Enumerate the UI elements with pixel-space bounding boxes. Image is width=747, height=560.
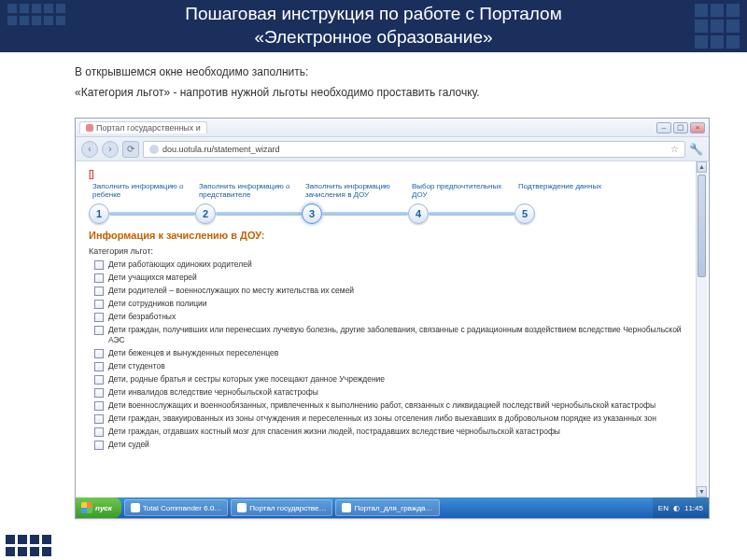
browser-tab[interactable]: Портал государственных и	[79, 121, 207, 133]
category-label: Дети родителей – военнослужащих по месту…	[108, 286, 354, 296]
taskbar-item-label: Портал_для_гражда…	[354, 504, 432, 512]
category-item: Дети безработных	[94, 312, 696, 322]
browser-window: Портал государственных и – ▢ × ‹ › ⟳ dou…	[75, 118, 710, 519]
scrollbar[interactable]: ▲ ▼	[696, 161, 707, 497]
category-checkbox[interactable]	[94, 427, 104, 437]
category-checkbox[interactable]	[94, 414, 104, 424]
wizard-step-label: Выбор предпочтительных ДОУ	[408, 183, 514, 200]
wizard-step-label: Заполнить информацию о ребенке	[89, 183, 195, 200]
category-label: Дети сотрудников полиции	[108, 299, 207, 309]
tab-favicon	[86, 124, 93, 132]
wizard-step-label: Заполнить информацию о представителе	[195, 183, 302, 200]
forward-button[interactable]: ›	[102, 141, 119, 158]
tray-icon[interactable]: ◐	[673, 504, 680, 512]
windows-flag-icon	[81, 502, 92, 513]
slide-body: В открывшемся окне необходимо заполнить:…	[0, 52, 747, 112]
category-label: Дети, родные братья и сестры которых уже…	[108, 374, 385, 385]
back-button[interactable]: ‹	[81, 141, 98, 158]
section-title: Информация к зачислению в ДОУ:	[89, 230, 696, 241]
category-list: Дети работающих одиноких родителейДети у…	[89, 259, 696, 451]
taskbar-item[interactable]: Total Commander 6.0…	[124, 499, 228, 516]
system-tray[interactable]: EN ◐ 11:45	[653, 497, 709, 518]
start-button[interactable]: пуск	[76, 497, 121, 518]
category-label: Дети учащихся матерей	[108, 273, 197, 283]
wizard-step-bubble[interactable]: 1	[89, 203, 109, 224]
category-label: Дети инвалидов вследствие чернобыльской …	[108, 387, 318, 398]
category-item: Дети родителей – военнослужащих по месту…	[94, 286, 696, 296]
page-title: Пошаговая инструкция по работе с Портало…	[185, 3, 561, 49]
category-label: Дети граждан, отдавших костный мозг для …	[108, 427, 560, 437]
taskbar-item-label: Портал государстве…	[249, 504, 326, 512]
category-label: Дети военнослужащих и военнообязанных, п…	[108, 400, 655, 411]
category-checkbox[interactable]	[94, 388, 104, 398]
window-titlebar[interactable]: Портал государственных и – ▢ ×	[76, 119, 709, 137]
wizard-steps: Заполнить информацию о ребенкеЗаполнить …	[89, 183, 696, 224]
address-bar: ‹ › ⟳ dou.uotula.ru/statement_wizard ☆ 🔧	[76, 137, 709, 161]
category-label: Дети граждан, получивших или перенесших …	[108, 325, 696, 345]
url-text: dou.uotula.ru/statement_wizard	[162, 145, 280, 154]
decoration-top-left	[7, 4, 65, 25]
taskbar-item-icon	[131, 503, 140, 512]
category-checkbox[interactable]	[94, 441, 104, 450]
category-checkbox[interactable]	[94, 362, 104, 371]
wizard-connector	[322, 212, 408, 216]
category-checkbox[interactable]	[94, 401, 104, 411]
required-marker: []	[89, 169, 696, 179]
bookmark-icon[interactable]: ☆	[670, 144, 679, 154]
slide-header: Пошаговая инструкция по работе с Портало…	[0, 0, 747, 52]
category-item: Дети граждан, отдавших костный мозг для …	[94, 427, 696, 437]
wizard-step-bubble[interactable]: 4	[408, 203, 429, 224]
instruction-text: «Категория льгот» - напротив нужной льго…	[75, 86, 691, 99]
taskbar-item-icon	[342, 503, 351, 512]
category-item: Дети военнослужащих и военнообязанных, п…	[94, 400, 696, 411]
wrench-icon[interactable]: 🔧	[689, 143, 703, 156]
scroll-down-button[interactable]: ▼	[697, 486, 707, 497]
category-item: Дети граждан, получивших или перенесших …	[94, 325, 696, 345]
category-checkbox[interactable]	[94, 260, 104, 270]
category-checkbox[interactable]	[94, 300, 104, 309]
category-checkbox[interactable]	[94, 287, 104, 296]
taskbar-item-icon	[237, 503, 247, 512]
globe-icon	[149, 145, 159, 154]
category-item: Дети сотрудников полиции	[94, 299, 696, 309]
wizard-step-label: Подтверждение данных	[514, 183, 621, 200]
category-label: Дети граждан, эвакуированных из зоны отч…	[108, 413, 656, 424]
reload-button[interactable]: ⟳	[122, 141, 139, 158]
maximize-button[interactable]: ▢	[673, 122, 688, 133]
wizard-connector	[109, 212, 195, 216]
taskbar-item[interactable]: Портал государстве…	[231, 499, 332, 516]
category-checkbox[interactable]	[94, 375, 104, 385]
category-label: Дети работающих одиноких родителей	[108, 259, 252, 270]
category-checkbox[interactable]	[94, 326, 104, 335]
category-item: Дети беженцев и вынужденных переселенцев	[94, 348, 696, 358]
wizard-step-label: Заполнить информацию зачисления в ДОУ	[302, 183, 408, 200]
category-label: Дети студентов	[108, 361, 165, 371]
category-label: Дети судей	[108, 440, 149, 450]
taskbar-item-label: Total Commander 6.0…	[143, 504, 221, 512]
taskbar: пуск Total Commander 6.0…Портал государс…	[76, 497, 709, 518]
wizard-step-bubble[interactable]: 5	[514, 203, 535, 224]
wizard-step-bubble[interactable]: 2	[195, 203, 216, 224]
start-label: пуск	[95, 504, 112, 512]
taskbar-item[interactable]: Портал_для_гражда…	[335, 499, 439, 516]
category-label: Дети беженцев и вынужденных переселенцев	[108, 348, 278, 358]
category-checkbox[interactable]	[94, 313, 104, 322]
scroll-up-button[interactable]: ▲	[697, 161, 707, 173]
category-item: Дети учащихся матерей	[94, 273, 696, 283]
lang-indicator[interactable]: EN	[658, 504, 669, 512]
url-input[interactable]: dou.uotula.ru/statement_wizard ☆	[143, 141, 685, 158]
category-item: Дети инвалидов вследствие чернобыльской …	[94, 387, 696, 398]
clock[interactable]: 11:45	[684, 504, 703, 512]
category-item: Дети судей	[94, 440, 696, 450]
category-checkbox[interactable]	[94, 349, 104, 358]
close-button[interactable]: ×	[690, 122, 705, 133]
category-item: Дети граждан, эвакуированных из зоны отч…	[94, 413, 696, 424]
category-checkbox[interactable]	[94, 273, 104, 283]
scroll-thumb[interactable]	[698, 175, 706, 277]
tab-title: Портал государственных и	[96, 123, 201, 133]
page-content: [] Заполнить информацию о ребенкеЗаполни…	[76, 161, 709, 497]
category-label: Дети безработных	[108, 312, 176, 322]
wizard-connector	[429, 212, 514, 216]
wizard-step-bubble[interactable]: 3	[302, 203, 322, 224]
minimize-button[interactable]: –	[656, 122, 671, 133]
